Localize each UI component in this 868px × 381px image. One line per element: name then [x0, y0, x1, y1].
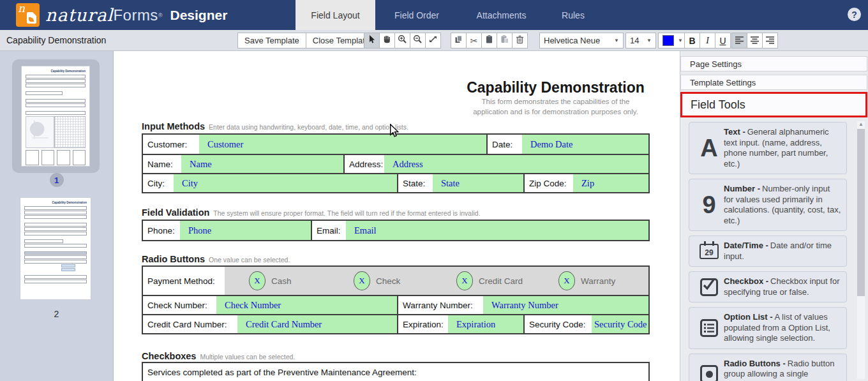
- table-row: Credit Card Number: Credit Card Number E…: [143, 314, 648, 333]
- bold-label: B: [689, 36, 695, 46]
- field-tools-list: A Text -General alphanumeric text input.…: [689, 122, 847, 381]
- radio-ellipse-icon: X: [354, 271, 370, 290]
- table-row: Phone: Phone Email: Email: [143, 221, 648, 240]
- mini-title: Capability Demonstration: [20, 198, 91, 205]
- document-subtitle-1: This form demonstrates the capabilities …: [350, 96, 680, 107]
- tool-number[interactable]: 9 Number -Number-only input for values u…: [689, 179, 847, 231]
- align-left-icon: [735, 35, 744, 47]
- input-methods-table: Customer: Customer Date: Demo Date Name:…: [142, 133, 650, 193]
- customer-field[interactable]: Customer: [199, 135, 486, 154]
- tool-label: Number -: [724, 184, 760, 193]
- expiration-label: Expiration:: [398, 315, 448, 333]
- registered-mark: ®: [158, 9, 163, 22]
- state-field[interactable]: State: [433, 174, 523, 192]
- align-left-button[interactable]: [731, 33, 747, 49]
- radio-option-credit-card[interactable]: X Credit Card: [456, 271, 523, 290]
- tab-rules[interactable]: Rules: [544, 0, 602, 30]
- text-format-group: B I U: [684, 33, 731, 49]
- resize-arrows-icon: [428, 34, 438, 47]
- align-group: [731, 33, 778, 49]
- brand-forms: Forms: [113, 6, 158, 24]
- address-field[interactable]: Address: [384, 155, 648, 173]
- check-number-field[interactable]: Check Number: [216, 296, 397, 314]
- radio-option-label: Warranty: [581, 276, 615, 286]
- phone-field[interactable]: Phone: [180, 221, 311, 240]
- payment-options-area: X Cash X Check X Credit Card X Warranty: [225, 267, 648, 295]
- zip-label: Zip Code:: [525, 174, 573, 192]
- pages-panel: Capability Demonstration: [0, 51, 114, 381]
- font-color-picker[interactable]: ▼: [658, 33, 687, 49]
- radiobuttons-tool-icon: [694, 359, 724, 381]
- italic-button[interactable]: I: [700, 33, 715, 49]
- date-field[interactable]: Demo Date: [522, 135, 648, 154]
- align-right-icon: [766, 35, 774, 47]
- radio-option-cash[interactable]: X Cash: [249, 271, 292, 290]
- font-size-select[interactable]: 14 ▼: [625, 33, 656, 49]
- page-settings-accordion[interactable]: Page Settings: [680, 56, 867, 71]
- email-field[interactable]: Email: [346, 221, 648, 240]
- field-tools-accordion[interactable]: Field Tools: [680, 92, 867, 117]
- tools-scrollbar-thumb[interactable]: [857, 129, 865, 296]
- tool-radio-buttons[interactable]: Radio Buttons -Radio button group allowi…: [689, 354, 847, 381]
- help-icon[interactable]: ?: [848, 8, 861, 21]
- document-subtitle-2: application and is for demonstration pur…: [350, 107, 680, 117]
- font-family-value: Helvetica Neue: [544, 36, 600, 45]
- tab-field-order[interactable]: Field Order: [375, 0, 458, 30]
- zoom-in-button[interactable]: [394, 33, 410, 49]
- tool-datetime[interactable]: 29 Date/Time -Date and/or time input.: [689, 235, 847, 267]
- scroll-up-arrow-icon[interactable]: ▲: [857, 121, 865, 128]
- paste-icon: [484, 34, 494, 47]
- tab-attachments[interactable]: Attachments: [458, 0, 544, 30]
- table-row: Name: Name Address: Address: [143, 154, 648, 173]
- radio-ellipse-icon: X: [558, 271, 575, 290]
- paste-special-icon: [500, 34, 509, 47]
- city-field[interactable]: City: [174, 174, 397, 192]
- delete-button[interactable]: [512, 33, 528, 49]
- tab-field-layout[interactable]: Field Layout: [296, 0, 375, 30]
- template-settings-accordion[interactable]: Template Settings: [680, 75, 867, 90]
- cut-button[interactable]: ✂: [466, 33, 482, 49]
- credit-card-number-field[interactable]: Credit Card Number: [237, 315, 397, 333]
- fit-resize-button[interactable]: [425, 33, 441, 49]
- clipboard-tool-group: ✂: [451, 33, 528, 49]
- expiration-field[interactable]: Expiration: [448, 315, 523, 333]
- template-buttons: Save Template Close Template: [237, 33, 377, 49]
- tool-checkbox[interactable]: Checkbox -Checkbox input for specifying …: [689, 271, 847, 303]
- bold-button[interactable]: B: [684, 33, 700, 49]
- naturalforms-logo-icon: n: [16, 3, 40, 27]
- select-tool-button[interactable]: [364, 33, 380, 49]
- paste-special-button[interactable]: [497, 33, 513, 49]
- state-label: State:: [398, 174, 433, 192]
- align-right-button[interactable]: [762, 33, 778, 49]
- radio-ellipse-icon: X: [249, 271, 266, 290]
- mini-title: Capability Demonstration: [22, 66, 89, 74]
- page-2-number-label: 2: [0, 309, 113, 319]
- page-thumbnail-2[interactable]: Capability Demonstration: [20, 197, 91, 300]
- brand-natural: natural: [45, 5, 113, 25]
- zoom-out-button[interactable]: [410, 33, 426, 49]
- chevron-down-icon: ▼: [614, 38, 619, 43]
- mini-diagram: [26, 116, 86, 148]
- paste-button[interactable]: [481, 33, 497, 49]
- page-thumbnail-1[interactable]: Capability Demonstration: [12, 59, 100, 173]
- checkbox-tool-icon: [694, 276, 724, 297]
- align-center-button[interactable]: [747, 33, 763, 49]
- underline-button[interactable]: U: [715, 33, 731, 49]
- zip-field[interactable]: Zip: [573, 174, 648, 192]
- tool-option-list[interactable]: Option List -A list of values populated …: [689, 307, 847, 349]
- section-title: Checkboxes: [142, 351, 196, 361]
- save-template-button[interactable]: Save Template: [237, 33, 306, 49]
- font-family-select[interactable]: Helvetica Neue ▼: [539, 33, 624, 49]
- page-1-number-badge: 1: [50, 173, 64, 187]
- number-tool-icon: 9: [694, 184, 724, 226]
- name-field[interactable]: Name: [181, 155, 343, 173]
- radio-option-warranty[interactable]: X Warranty: [558, 271, 615, 290]
- radio-option-check[interactable]: X Check: [354, 271, 400, 290]
- security-code-field[interactable]: Security Code: [592, 315, 648, 333]
- copy-button[interactable]: [451, 33, 467, 49]
- tool-text[interactable]: A Text -General alphanumeric text input.…: [689, 122, 847, 174]
- warranty-number-field[interactable]: Warranty Number: [483, 296, 648, 314]
- form-canvas[interactable]: Capability Demonstration This form demon…: [114, 51, 680, 381]
- pan-tool-button[interactable]: [379, 33, 395, 49]
- section-title: Field Validation: [142, 207, 209, 218]
